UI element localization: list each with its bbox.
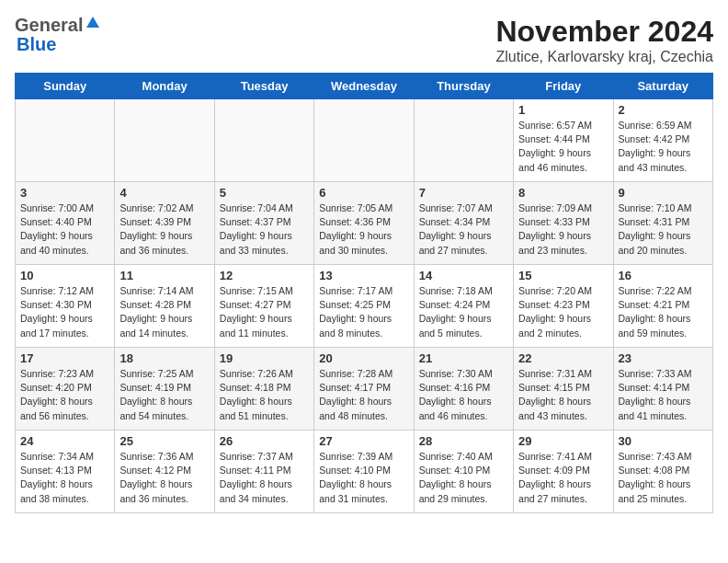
day-number: 16 <box>619 269 708 282</box>
calendar-table: SundayMondayTuesdayWednesdayThursdayFrid… <box>15 73 713 513</box>
day-info: Sunrise: 7:14 AM Sunset: 4:28 PM Dayligh… <box>119 284 209 340</box>
calendar-cell: 8Sunrise: 7:09 AM Sunset: 4:33 PM Daylig… <box>514 182 613 265</box>
day-info: Sunrise: 7:39 AM Sunset: 4:10 PM Dayligh… <box>319 450 408 506</box>
calendar-cell: 27Sunrise: 7:39 AM Sunset: 4:10 PM Dayli… <box>314 431 414 513</box>
day-number: 15 <box>518 269 608 282</box>
day-info: Sunrise: 7:10 AM Sunset: 4:31 PM Dayligh… <box>619 201 708 258</box>
day-number: 21 <box>419 351 508 365</box>
week-row-2: 3Sunrise: 7:00 AM Sunset: 4:40 PM Daylig… <box>16 182 713 265</box>
day-info: Sunrise: 7:22 AM Sunset: 4:21 PM Dayligh… <box>619 284 708 340</box>
day-info: Sunrise: 6:59 AM Sunset: 4:42 PM Dayligh… <box>619 119 708 175</box>
page-header: General Blue November 2024 Zlutice, Karl… <box>15 15 713 65</box>
day-header-thursday: Thursday <box>414 74 513 99</box>
day-number: 29 <box>518 434 608 448</box>
day-info: Sunrise: 7:02 AM Sunset: 4:39 PM Dayligh… <box>119 201 209 258</box>
day-number: 13 <box>319 269 408 282</box>
day-info: Sunrise: 7:28 AM Sunset: 4:17 PM Dayligh… <box>319 367 408 423</box>
calendar-cell <box>414 99 513 182</box>
day-info: Sunrise: 7:31 AM Sunset: 4:15 PM Dayligh… <box>518 367 608 423</box>
day-number: 14 <box>419 269 508 282</box>
calendar-cell: 20Sunrise: 7:28 AM Sunset: 4:17 PM Dayli… <box>314 348 414 431</box>
day-info: Sunrise: 7:25 AM Sunset: 4:19 PM Dayligh… <box>119 367 209 423</box>
day-info: Sunrise: 7:37 AM Sunset: 4:11 PM Dayligh… <box>220 450 309 506</box>
day-number: 25 <box>119 434 209 448</box>
calendar-cell: 7Sunrise: 7:07 AM Sunset: 4:34 PM Daylig… <box>414 182 513 265</box>
day-number: 9 <box>619 186 708 200</box>
week-row-1: 1Sunrise: 6:57 AM Sunset: 4:44 PM Daylig… <box>16 99 713 182</box>
day-info: Sunrise: 7:04 AM Sunset: 4:37 PM Dayligh… <box>220 201 309 258</box>
day-number: 27 <box>319 434 408 448</box>
calendar-cell <box>314 99 414 182</box>
day-number: 18 <box>119 351 209 365</box>
day-info: Sunrise: 7:07 AM Sunset: 4:34 PM Dayligh… <box>419 201 508 258</box>
day-number: 7 <box>419 186 508 200</box>
calendar-cell: 16Sunrise: 7:22 AM Sunset: 4:21 PM Dayli… <box>613 265 712 348</box>
day-number: 8 <box>518 186 608 200</box>
calendar-cell: 17Sunrise: 7:23 AM Sunset: 4:20 PM Dayli… <box>16 348 115 431</box>
day-info: Sunrise: 7:43 AM Sunset: 4:08 PM Dayligh… <box>619 450 708 506</box>
day-info: Sunrise: 7:20 AM Sunset: 4:23 PM Dayligh… <box>518 284 608 340</box>
day-info: Sunrise: 7:12 AM Sunset: 4:30 PM Dayligh… <box>20 284 109 340</box>
calendar-cell: 11Sunrise: 7:14 AM Sunset: 4:28 PM Dayli… <box>115 265 214 348</box>
calendar-cell: 1Sunrise: 6:57 AM Sunset: 4:44 PM Daylig… <box>514 99 613 182</box>
day-number: 10 <box>20 269 109 282</box>
day-number: 2 <box>619 103 708 117</box>
day-number: 11 <box>119 269 209 282</box>
logo-blue-text: Blue <box>17 34 56 54</box>
calendar-cell: 22Sunrise: 7:31 AM Sunset: 4:15 PM Dayli… <box>514 348 613 431</box>
day-info: Sunrise: 7:05 AM Sunset: 4:36 PM Dayligh… <box>319 201 408 258</box>
week-row-4: 17Sunrise: 7:23 AM Sunset: 4:20 PM Dayli… <box>16 348 713 431</box>
logo: General Blue <box>15 15 101 55</box>
svg-marker-0 <box>86 17 99 28</box>
week-row-5: 24Sunrise: 7:34 AM Sunset: 4:13 PM Dayli… <box>16 431 713 513</box>
logo-general-text: General <box>15 15 83 36</box>
calendar-cell: 4Sunrise: 7:02 AM Sunset: 4:39 PM Daylig… <box>115 182 214 265</box>
day-number: 22 <box>518 351 608 365</box>
calendar-cell: 29Sunrise: 7:41 AM Sunset: 4:09 PM Dayli… <box>514 431 613 513</box>
day-header-sunday: Sunday <box>16 74 115 99</box>
day-number: 1 <box>518 103 608 117</box>
location-subtitle: Zlutice, Karlovarsky kraj, Czechia <box>495 49 713 65</box>
calendar-cell: 28Sunrise: 7:40 AM Sunset: 4:10 PM Dayli… <box>414 431 513 513</box>
calendar-cell: 9Sunrise: 7:10 AM Sunset: 4:31 PM Daylig… <box>613 182 712 265</box>
calendar-cell <box>214 99 313 182</box>
day-header-saturday: Saturday <box>613 74 712 99</box>
day-number: 28 <box>419 434 508 448</box>
day-info: Sunrise: 6:57 AM Sunset: 4:44 PM Dayligh… <box>518 119 608 175</box>
calendar-cell: 15Sunrise: 7:20 AM Sunset: 4:23 PM Dayli… <box>514 265 613 348</box>
calendar-cell: 13Sunrise: 7:17 AM Sunset: 4:25 PM Dayli… <box>314 265 414 348</box>
day-header-monday: Monday <box>115 74 214 99</box>
day-number: 20 <box>319 351 408 365</box>
day-info: Sunrise: 7:33 AM Sunset: 4:14 PM Dayligh… <box>619 367 708 423</box>
day-info: Sunrise: 7:40 AM Sunset: 4:10 PM Dayligh… <box>419 450 508 506</box>
days-header-row: SundayMondayTuesdayWednesdayThursdayFrid… <box>16 74 713 99</box>
day-number: 26 <box>220 434 309 448</box>
calendar-cell: 18Sunrise: 7:25 AM Sunset: 4:19 PM Dayli… <box>115 348 214 431</box>
calendar-cell: 21Sunrise: 7:30 AM Sunset: 4:16 PM Dayli… <box>414 348 513 431</box>
day-number: 6 <box>319 186 408 200</box>
calendar-cell: 14Sunrise: 7:18 AM Sunset: 4:24 PM Dayli… <box>414 265 513 348</box>
calendar-cell: 3Sunrise: 7:00 AM Sunset: 4:40 PM Daylig… <box>16 182 115 265</box>
day-number: 17 <box>20 351 109 365</box>
day-info: Sunrise: 7:15 AM Sunset: 4:27 PM Dayligh… <box>220 284 309 340</box>
day-info: Sunrise: 7:09 AM Sunset: 4:33 PM Dayligh… <box>518 201 608 258</box>
calendar-cell: 24Sunrise: 7:34 AM Sunset: 4:13 PM Dayli… <box>16 431 115 513</box>
calendar-cell: 5Sunrise: 7:04 AM Sunset: 4:37 PM Daylig… <box>214 182 313 265</box>
day-number: 4 <box>119 186 209 200</box>
day-header-wednesday: Wednesday <box>314 74 414 99</box>
title-section: November 2024 Zlutice, Karlovarsky kraj,… <box>495 15 713 65</box>
day-number: 30 <box>619 434 708 448</box>
calendar-cell: 6Sunrise: 7:05 AM Sunset: 4:36 PM Daylig… <box>314 182 414 265</box>
day-number: 24 <box>20 434 109 448</box>
calendar-cell: 26Sunrise: 7:37 AM Sunset: 4:11 PM Dayli… <box>214 431 313 513</box>
calendar-cell: 12Sunrise: 7:15 AM Sunset: 4:27 PM Dayli… <box>214 265 313 348</box>
day-number: 12 <box>220 269 309 282</box>
day-number: 23 <box>619 351 708 365</box>
day-info: Sunrise: 7:26 AM Sunset: 4:18 PM Dayligh… <box>220 367 309 423</box>
calendar-cell <box>16 99 115 182</box>
day-header-friday: Friday <box>514 74 613 99</box>
logo-icon <box>85 15 101 31</box>
day-info: Sunrise: 7:30 AM Sunset: 4:16 PM Dayligh… <box>419 367 508 423</box>
day-info: Sunrise: 7:17 AM Sunset: 4:25 PM Dayligh… <box>319 284 408 340</box>
day-number: 3 <box>20 186 109 200</box>
